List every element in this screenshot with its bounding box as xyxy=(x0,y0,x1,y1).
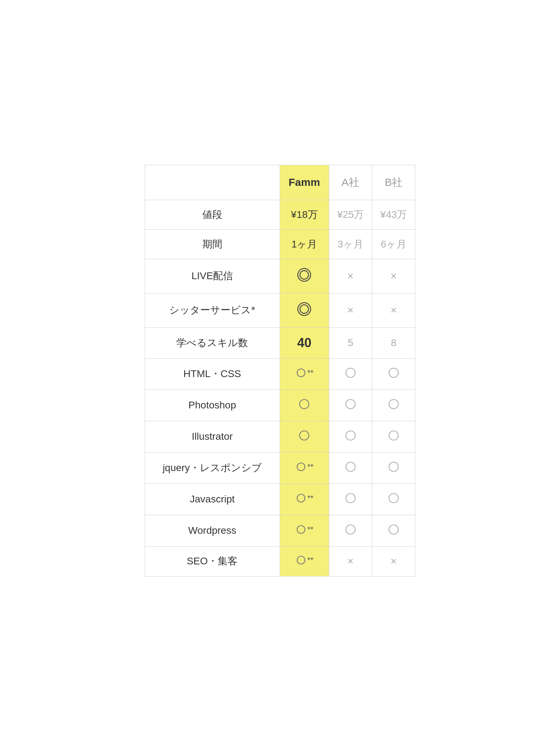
circle-icon xyxy=(344,370,357,381)
header-col-b: B社 xyxy=(372,165,415,200)
col-a-cell xyxy=(329,515,372,546)
famm-cell: ** xyxy=(280,484,329,515)
row-label: Illustrator xyxy=(145,421,280,452)
circle-icon xyxy=(344,433,357,444)
row-label: 学べるスキル数 xyxy=(145,327,280,358)
col-a-cell: × xyxy=(329,259,372,293)
row-label: 値段 xyxy=(145,200,280,229)
cross-icon: × xyxy=(347,304,354,316)
famm-cell: ** xyxy=(280,358,329,390)
circle-stars-icon: ** xyxy=(295,524,313,535)
cross-icon: × xyxy=(347,555,354,567)
svg-point-21 xyxy=(389,525,398,534)
famm-cell: ** xyxy=(280,515,329,546)
comparison-table: Famm A社 B社 値段¥18万¥25万¥43万期間1ヶ月3ヶ月6ヶ月LIVE… xyxy=(145,165,415,576)
other-text-value: 6ヶ月 xyxy=(381,239,407,250)
famm-cell xyxy=(280,259,329,293)
row-label: Wordpress xyxy=(145,515,280,546)
other-text-value: 8 xyxy=(391,337,396,348)
table-row: 値段¥18万¥25万¥43万 xyxy=(145,200,415,229)
row-label: 期間 xyxy=(145,229,280,259)
circle-icon xyxy=(387,433,400,444)
circle-stars-icon: ** xyxy=(295,492,313,504)
famm-cell xyxy=(280,390,329,421)
col-b-cell: 8 xyxy=(372,327,415,358)
other-text-value: ¥25万 xyxy=(337,209,364,220)
svg-point-15 xyxy=(389,462,398,471)
table-row: Wordpress ** xyxy=(145,515,415,546)
famm-text-value: ¥18万 xyxy=(291,209,318,220)
col-a-cell xyxy=(329,390,372,421)
circle-stars-icon: ** xyxy=(295,554,313,566)
circle-icon xyxy=(344,527,357,538)
circle-stars-icon: ** xyxy=(295,367,313,379)
header-col-a: A社 xyxy=(329,165,372,200)
svg-point-3 xyxy=(300,305,308,313)
cross-icon: × xyxy=(390,555,397,567)
col-b-cell xyxy=(372,421,415,452)
svg-point-9 xyxy=(389,400,398,409)
circle-icon xyxy=(298,433,311,444)
svg-point-20 xyxy=(346,525,355,534)
svg-point-22 xyxy=(297,556,305,564)
col-b-cell xyxy=(372,452,415,484)
circle-icon xyxy=(387,370,400,381)
col-b-cell xyxy=(372,390,415,421)
circle-icon xyxy=(344,464,357,475)
row-label: HTML・CSS xyxy=(145,358,280,390)
col-b-cell: × xyxy=(372,293,415,327)
famm-cell: 1ヶ月 xyxy=(280,229,329,259)
svg-point-16 xyxy=(297,494,305,502)
col-b-cell: 6ヶ月 xyxy=(372,229,415,259)
header-label-col xyxy=(145,165,280,200)
circle-icon xyxy=(387,464,400,475)
table-row: 学べるスキル数4058 xyxy=(145,327,415,358)
svg-point-13 xyxy=(297,463,305,471)
col-a-cell: ¥25万 xyxy=(329,200,372,229)
col-b-cell xyxy=(372,358,415,390)
circle-icon xyxy=(344,402,357,413)
header-famm: Famm xyxy=(280,165,329,200)
table-row: LIVE配信 ×× xyxy=(145,259,415,293)
table-row: Photoshop xyxy=(145,390,415,421)
col-a-cell: × xyxy=(329,293,372,327)
row-label: jquery・レスポンシブ xyxy=(145,452,280,484)
col-a-cell xyxy=(329,484,372,515)
table-row: HTML・CSS ** xyxy=(145,358,415,390)
circle-icon xyxy=(387,402,400,413)
famm-bold-value: 40 xyxy=(297,335,311,350)
famm-cell: ** xyxy=(280,452,329,484)
row-label: LIVE配信 xyxy=(145,259,280,293)
svg-point-10 xyxy=(300,431,309,440)
svg-point-7 xyxy=(300,400,309,409)
svg-point-12 xyxy=(389,431,398,440)
col-a-cell: 3ヶ月 xyxy=(329,229,372,259)
famm-cell: ** xyxy=(280,546,329,576)
svg-point-17 xyxy=(346,494,355,503)
col-a-cell xyxy=(329,421,372,452)
famm-text-value: 1ヶ月 xyxy=(291,239,317,250)
svg-point-6 xyxy=(389,368,398,377)
cross-icon: × xyxy=(347,270,354,282)
row-label: Photoshop xyxy=(145,390,280,421)
col-b-cell xyxy=(372,484,415,515)
row-label: SEO・集客 xyxy=(145,546,280,576)
svg-point-5 xyxy=(346,368,355,377)
row-label: シッターサービス* xyxy=(145,293,280,327)
col-b-cell xyxy=(372,515,415,546)
table-row: Javascript ** xyxy=(145,484,415,515)
col-b-cell: × xyxy=(372,546,415,576)
col-a-cell: 5 xyxy=(329,327,372,358)
double-circle-icon xyxy=(296,301,312,317)
svg-point-11 xyxy=(346,431,355,440)
circle-icon xyxy=(344,496,357,507)
circle-icon xyxy=(298,402,311,413)
table-row: 期間1ヶ月3ヶ月6ヶ月 xyxy=(145,229,415,259)
table-row: jquery・レスポンシブ ** xyxy=(145,452,415,484)
other-text-value: ¥43万 xyxy=(380,209,407,220)
comparison-table-wrapper: Famm A社 B社 値段¥18万¥25万¥43万期間1ヶ月3ヶ月6ヶ月LIVE… xyxy=(145,165,415,576)
table-row: SEO・集客 ** ×× xyxy=(145,546,415,576)
famm-cell xyxy=(280,293,329,327)
svg-point-8 xyxy=(346,400,355,409)
svg-point-14 xyxy=(346,462,355,471)
